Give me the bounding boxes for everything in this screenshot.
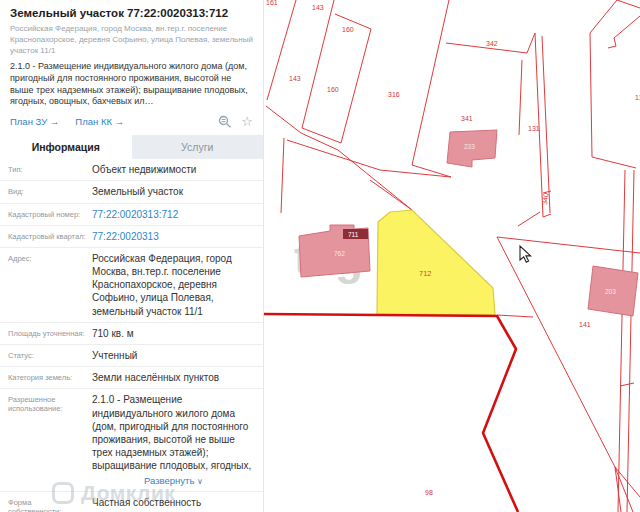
parcel-label-143-top: 143 xyxy=(312,4,324,11)
preview-icon[interactable] xyxy=(218,115,232,128)
page-title: Земельный участок 77:22:0020313:712 xyxy=(10,7,253,19)
parcel-label-161: 161 xyxy=(266,0,278,6)
cadastral-block-link[interactable]: 77:22:0020313 xyxy=(92,230,263,243)
parcel-label-160: 160 xyxy=(327,86,339,93)
building-label-233: 233 xyxy=(464,143,475,150)
row-ownership: Форма собственности: Частная собственнос… xyxy=(0,492,263,512)
row-area: Площадь уточненная: 710 кв. м xyxy=(0,323,263,345)
parcel-label-340: 340 xyxy=(541,193,549,206)
row-type: Тип: Объект недвижимости xyxy=(0,159,263,181)
favorite-star-icon[interactable]: ☆ xyxy=(241,115,253,128)
tab-services[interactable]: Услуги xyxy=(132,135,264,159)
parcel-label-342: 342 xyxy=(486,40,498,47)
parcel-label-98: 98 xyxy=(425,489,433,496)
plan-kk-link[interactable]: План КК → xyxy=(75,116,124,127)
parcel-card-header: Земельный участок 77:22:0020313:712 Росс… xyxy=(0,0,263,135)
parcel-label-160-top: 160 xyxy=(342,26,354,33)
row-permitted-use: Разрешенное использование: 2.1.0 - Разме… xyxy=(0,389,263,492)
building-label-762: 762 xyxy=(334,250,345,257)
selected-parcel-712[interactable] xyxy=(377,210,495,315)
row-land-category: Категория земель: Земли населённых пункт… xyxy=(0,367,263,389)
parcel-label-13-partial: 13 xyxy=(635,94,640,101)
attribute-table: Тип: Объект недвижимости Вид: Земельный … xyxy=(0,159,263,512)
parcel-label-143: 143 xyxy=(289,75,301,82)
row-kind: Вид: Земельный участок xyxy=(0,181,263,203)
tab-information[interactable]: Информация xyxy=(0,135,132,159)
plan-zu-link[interactable]: План ЗУ → xyxy=(10,116,59,127)
cadastral-number-link[interactable]: 77:22:0020313:712 xyxy=(92,208,263,221)
parcel-address-subtitle: Российская Федерация, город Москва, вн.т… xyxy=(10,24,253,56)
info-panel: Земельный участок 77:22:0020313:712 Росс… xyxy=(0,0,264,512)
chevron-down-icon: ∨ xyxy=(197,477,203,486)
parcel-label-141: 141 xyxy=(579,321,591,328)
building-label-711: 711 xyxy=(348,231,359,238)
parcel-usage-summary: 2.1.0 - Размещение индивидуального жилог… xyxy=(10,61,253,108)
row-address: Адрес: Российская Федерация, город Москв… xyxy=(0,248,263,323)
selected-parcel-label-712: 712 xyxy=(419,269,432,278)
parcel-label-341: 341 xyxy=(461,115,473,122)
row-cadastral-block: Кадастровый квартал: 77:22:0020313 xyxy=(0,226,263,248)
panel-tabs: Информация Услуги xyxy=(0,135,263,159)
map-canvas[interactable]: tag 711 762 233 203 161 143 160 143 160 … xyxy=(264,0,640,512)
parcel-label-131: 131 xyxy=(528,125,540,132)
expand-link[interactable]: Развернуть ∨ xyxy=(92,475,255,488)
cadastral-block-boundary xyxy=(264,314,518,512)
row-status: Статус: Учтенный xyxy=(0,345,263,367)
building-label-203: 203 xyxy=(605,288,616,295)
parcel-label-316: 316 xyxy=(388,91,400,98)
cadastral-map-app: Земельный участок 77:22:0020313:712 Росс… xyxy=(0,0,640,512)
row-cadastral-number: Кадастровый номер: 77:22:0020313:712 xyxy=(0,204,263,226)
mouse-cursor xyxy=(520,246,531,262)
